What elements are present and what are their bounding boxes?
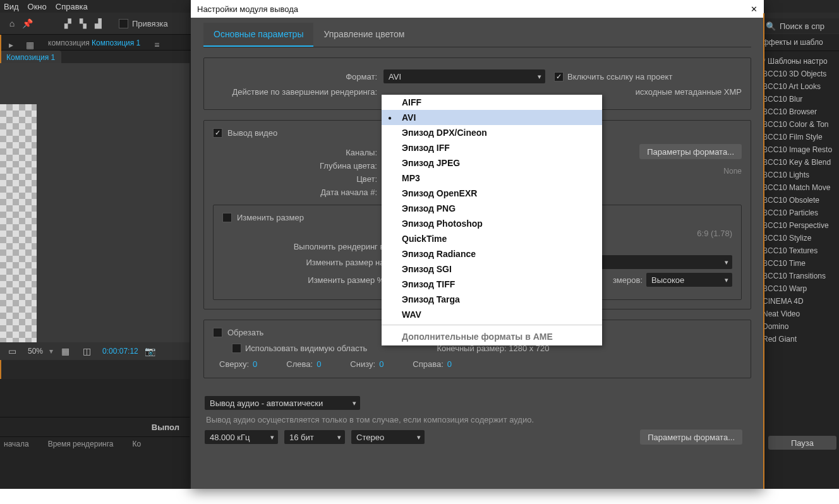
resize-checkbox[interactable]: [222, 213, 232, 222]
format-options-button[interactable]: Параметры формата...: [639, 144, 742, 159]
mask-icon[interactable]: ◫: [81, 345, 92, 357]
crop-checkbox[interactable]: [213, 328, 222, 337]
crop-left-label: Слева:: [286, 359, 313, 369]
comp-tab-menu-icon[interactable]: ≡: [154, 40, 159, 50]
effects-list-item[interactable]: BCC10 Perspective: [760, 219, 839, 232]
viewer-zoom[interactable]: 50%: [28, 347, 43, 356]
effects-list-item[interactable]: CINEMA 4D: [760, 295, 839, 308]
panel-layers-icon[interactable]: ▦: [26, 40, 34, 50]
include-proj-label: Включить ссылку на проект: [567, 72, 672, 81]
color-label: Цвет:: [213, 174, 383, 184]
rq-col-rendertime: Время рендеринга: [48, 440, 114, 448]
resize-to-select[interactable]: [596, 255, 732, 269]
start-no-label: Дата начала #:: [213, 188, 383, 197]
pause-button[interactable]: Пауза: [768, 436, 836, 450]
rq-tab[interactable]: Выпол: [147, 417, 184, 436]
effects-list-item[interactable]: BCC10 Key & Blend: [760, 156, 839, 169]
format-option[interactable]: AVI: [382, 110, 602, 125]
effects-list-item[interactable]: BCC10 Film Style: [760, 131, 839, 143]
effects-list-item[interactable]: BCC10 Textures: [760, 244, 839, 257]
effects-list-item[interactable]: Red Giant: [760, 333, 839, 345]
menu-help[interactable]: Справка: [56, 2, 88, 11]
snap-checkbox[interactable]: Привязка: [119, 19, 168, 28]
format-dropdown[interactable]: AIFFAVIЭпизод DPX/CineonЭпизод IFFЭпизод…: [382, 95, 602, 345]
format-option[interactable]: AIFF: [382, 95, 602, 110]
effects-list-item[interactable]: Neat Video: [760, 308, 839, 320]
format-option[interactable]: MP3: [382, 171, 602, 186]
fill-icon[interactable]: ▭: [6, 345, 18, 357]
effects-list-item[interactable]: BCC10 Browser: [760, 105, 839, 118]
effects-list-item[interactable]: Domino: [760, 320, 839, 333]
format-select[interactable]: AVI: [383, 69, 545, 83]
effects-list-item[interactable]: BCC10 Particles: [760, 207, 839, 219]
crop-top-label: Сверху:: [219, 359, 249, 369]
effects-panel: ффекты и шабло * Шаблоны настроBCC10 3D …: [760, 34, 839, 489]
crop-right-value[interactable]: 0: [447, 359, 452, 369]
format-option[interactable]: WAV: [382, 307, 602, 322]
audio-mode-select[interactable]: Вывод аудио - автоматически: [205, 396, 360, 410]
home-icon[interactable]: ⌂: [6, 18, 18, 29]
axis-local-icon[interactable]: ▞: [62, 18, 73, 29]
effects-list-item[interactable]: BCC10 Match Move: [760, 181, 839, 194]
audio-format-options-button[interactable]: Параметры формата...: [640, 429, 742, 445]
crop-bottom-value[interactable]: 0: [379, 359, 383, 369]
audio-note: Вывод аудио осуществляется только в том …: [206, 415, 742, 424]
transparency-grid: [0, 104, 37, 359]
format-option[interactable]: Эпизод DPX/Cineon: [382, 125, 602, 140]
snapshot-icon[interactable]: 📷: [145, 345, 156, 357]
video-out-label: Вывод видео: [227, 128, 277, 138]
include-proj-checkbox[interactable]: ✓ Включить ссылку на проект: [554, 72, 672, 81]
viewer-tab-1[interactable]: Композиция 1: [0, 51, 61, 64]
dialog-tab-main[interactable]: Основные параметры: [203, 23, 313, 47]
format-option[interactable]: Эпизод Radiance: [382, 246, 602, 261]
bit-depth-select[interactable]: 16 бит: [284, 430, 345, 444]
viewer-timecode[interactable]: 0:00:07:12: [102, 347, 138, 356]
format-option-more[interactable]: Дополнительные форматы в AME: [382, 325, 602, 345]
use-roi-checkbox[interactable]: Использовать видимую область: [232, 344, 367, 353]
effects-list-item[interactable]: BCC10 3D Objects: [760, 68, 839, 80]
effects-list-item[interactable]: BCC10 Lights: [760, 169, 839, 181]
effects-list-item[interactable]: BCC10 Obsolete: [760, 194, 839, 207]
effects-list-item[interactable]: BCC10 Blur: [760, 93, 839, 105]
format-option[interactable]: Эпизод TIFF: [382, 277, 602, 292]
quality-select[interactable]: Высокое: [646, 273, 732, 287]
effects-list-item[interactable]: BCC10 Warp: [760, 282, 839, 295]
grid-icon[interactable]: ▦: [59, 345, 71, 357]
effects-list-item[interactable]: BCC10 Time: [760, 257, 839, 270]
checkbox-icon: ✓: [554, 72, 564, 81]
format-option[interactable]: Эпизод PNG: [382, 201, 602, 216]
axis-world-icon[interactable]: ▚: [77, 18, 88, 29]
crop-top-value[interactable]: 0: [253, 359, 257, 369]
channels-select[interactable]: Стерео: [351, 430, 425, 444]
effects-list-item[interactable]: * Шаблоны настро: [760, 55, 839, 68]
format-option[interactable]: Эпизод SGI: [382, 261, 602, 277]
format-option[interactable]: Эпизод Targa: [382, 292, 602, 307]
comp-tab[interactable]: композиция Композиция 1: [43, 36, 145, 50]
video-out-checkbox[interactable]: ✓: [213, 128, 222, 138]
resize-pct-label: Изменить размер %:: [222, 275, 393, 285]
format-option[interactable]: Эпизод IFF: [382, 140, 602, 155]
close-icon[interactable]: ✕: [751, 4, 758, 14]
format-option[interactable]: Эпизод JPEG: [382, 155, 602, 171]
menu-view[interactable]: Вид: [4, 2, 19, 11]
effects-list-item[interactable]: BCC10 Color & Ton: [760, 118, 839, 131]
effects-list-item[interactable]: BCC10 Image Resto: [760, 143, 839, 156]
effects-list[interactable]: * Шаблоны настроBCC10 3D ObjectsBCC10 Ar…: [760, 51, 839, 489]
effects-list-item[interactable]: BCC10 Stylize: [760, 232, 839, 244]
sample-rate-select[interactable]: 48.000 кГц: [205, 430, 278, 444]
effects-list-item[interactable]: BCC10 Transitions: [760, 270, 839, 282]
channels-label: Каналы:: [213, 148, 383, 157]
search-input[interactable]: 🔍 Поиск в спр: [763, 18, 839, 33]
pin-icon[interactable]: 📌: [21, 18, 33, 29]
axis-view-icon[interactable]: ▟: [92, 18, 104, 29]
effects-list-item[interactable]: BCC10 Art Looks: [760, 80, 839, 93]
menu-window[interactable]: Окно: [28, 2, 47, 11]
crop-left-value[interactable]: 0: [317, 359, 321, 369]
format-option[interactable]: Эпизод OpenEXR: [382, 186, 602, 201]
panel-menu-icon[interactable]: ▸: [9, 40, 13, 50]
format-option[interactable]: Эпизод Photoshop: [382, 216, 602, 231]
crop-bottom-label: Снизу:: [350, 359, 375, 369]
dialog-tab-color[interactable]: Управление цветом: [313, 23, 414, 47]
format-option[interactable]: QuickTime: [382, 231, 602, 246]
after-render-label: Действие по завершении рендеринга:: [213, 87, 383, 97]
